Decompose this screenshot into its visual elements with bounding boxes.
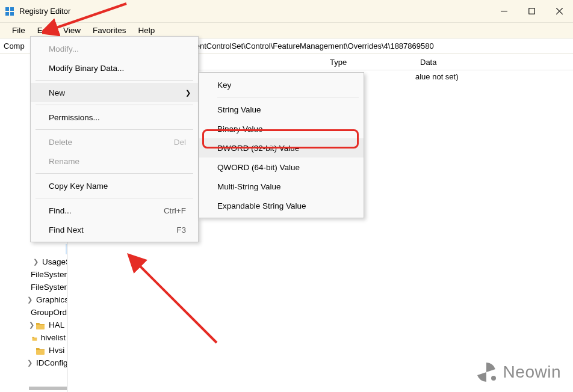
tree-item-label: GroupOrderList <box>29 307 67 317</box>
new-menu-expandable[interactable]: Expandable String Value <box>199 196 364 215</box>
new-menu-binary[interactable]: Binary Value <box>199 119 364 138</box>
edit-menu-new[interactable]: New❯ <box>31 83 198 102</box>
new-menu-string[interactable]: String Value <box>199 100 364 119</box>
window-title: Registry Editor <box>19 7 490 16</box>
edit-menu-copykeyname[interactable]: Copy Key Name <box>31 176 198 195</box>
new-menu-key[interactable]: Key <box>199 75 364 94</box>
tree-item[interactable]: 1887869580 <box>0 243 67 256</box>
menu-separator <box>217 97 359 97</box>
tree-item[interactable]: ❯UsageSubscriptions <box>0 256 67 268</box>
folder-icon <box>32 334 37 342</box>
horizontal-scrollbar[interactable] <box>29 387 67 390</box>
new-menu-qword[interactable]: QWORD (64-bit) Value <box>199 158 364 177</box>
edit-menu-find[interactable]: Find...Ctrl+F <box>31 201 198 220</box>
menu-separator <box>36 80 193 81</box>
chevron-icon[interactable]: ❯ <box>27 359 33 367</box>
edit-menu-findnext[interactable]: Find NextF3 <box>31 220 198 239</box>
tree-item[interactable]: hivelist <box>0 331 67 344</box>
new-menu-dword[interactable]: DWORD (32-bit) Value <box>199 138 364 158</box>
folder-icon <box>36 346 45 355</box>
close-button[interactable] <box>545 0 573 23</box>
tree-item[interactable]: FileSystem <box>0 268 67 281</box>
tree-item-label: Hvsi <box>48 345 66 355</box>
edit-menu-popup: Modify... Modify Binary Data... New❯ Per… <box>30 36 199 242</box>
edit-menu-permissions[interactable]: Permissions... <box>31 108 198 127</box>
edit-menu-rename: Rename <box>31 152 198 171</box>
tree-item-label: GraphicsDrivers <box>35 295 67 305</box>
tree-item[interactable]: ❯GraphicsDrivers <box>0 293 67 306</box>
column-type[interactable]: Type <box>326 58 417 67</box>
minimize-button[interactable] <box>490 0 518 23</box>
column-data[interactable]: Data <box>417 58 573 67</box>
window-controls <box>490 0 573 23</box>
menu-separator <box>36 198 193 198</box>
menu-file[interactable]: File <box>6 24 31 37</box>
tree-item[interactable]: GroupOrderList <box>0 306 67 319</box>
svg-rect-0 <box>5 7 9 11</box>
edit-menu-modify-binary[interactable]: Modify Binary Data... <box>31 58 198 78</box>
edit-menu-modify: Modify... <box>31 39 198 58</box>
menu-view[interactable]: View <box>57 24 87 37</box>
watermark: Neowin <box>475 361 561 383</box>
svg-rect-2 <box>5 12 9 16</box>
tree-item-label: FileSystemUtilities <box>29 282 67 292</box>
tree-item[interactable]: ❯HAL <box>0 319 67 331</box>
tree-item-label: UsageSubscriptions <box>41 257 67 267</box>
chevron-right-icon: ❯ <box>185 89 191 97</box>
tree-item[interactable]: FileSystemUtilities <box>0 281 67 293</box>
tree-item-label: 1887869580 <box>66 244 67 254</box>
tree-item-label: FileSystem <box>29 269 67 280</box>
neowin-logo-icon <box>475 361 497 383</box>
svg-rect-3 <box>10 12 14 16</box>
maximize-button[interactable] <box>518 0 545 23</box>
title-bar: Registry Editor <box>0 0 573 23</box>
app-icon <box>5 7 14 16</box>
menu-separator <box>36 173 193 174</box>
address-path: entControlSet\Control\FeatureManagement\… <box>196 41 434 51</box>
tree-item[interactable]: Hvsi <box>0 344 67 357</box>
menu-edit[interactable]: Edit <box>31 24 57 37</box>
folder-icon <box>36 321 45 329</box>
tree-item[interactable]: ❯IDConfigDB <box>0 357 67 369</box>
watermark-text: Neowin <box>503 363 561 382</box>
tree-item-label: hivelist <box>40 332 67 343</box>
tree-item-label: HAL <box>48 320 66 330</box>
chevron-icon[interactable]: ❯ <box>33 258 39 266</box>
svg-rect-5 <box>528 8 534 14</box>
svg-rect-1 <box>10 7 14 11</box>
tree-item-label: IDConfigDB <box>35 358 67 368</box>
new-submenu-popup: Key String Value Binary Value DWORD (32-… <box>199 72 364 218</box>
chevron-icon[interactable]: ❯ <box>27 321 36 329</box>
new-menu-multistring[interactable]: Multi-String Value <box>199 177 364 196</box>
chevron-icon[interactable]: ❯ <box>27 296 33 304</box>
address-label: Comp <box>4 41 25 51</box>
menu-favorites[interactable]: Favorites <box>87 24 132 37</box>
menu-help[interactable]: Help <box>132 24 161 37</box>
cell-data: alue not set) <box>415 72 459 81</box>
menu-separator <box>36 129 193 130</box>
svg-point-12 <box>491 376 496 381</box>
menu-separator <box>36 105 193 105</box>
edit-menu-delete: DeleteDel <box>31 132 198 152</box>
